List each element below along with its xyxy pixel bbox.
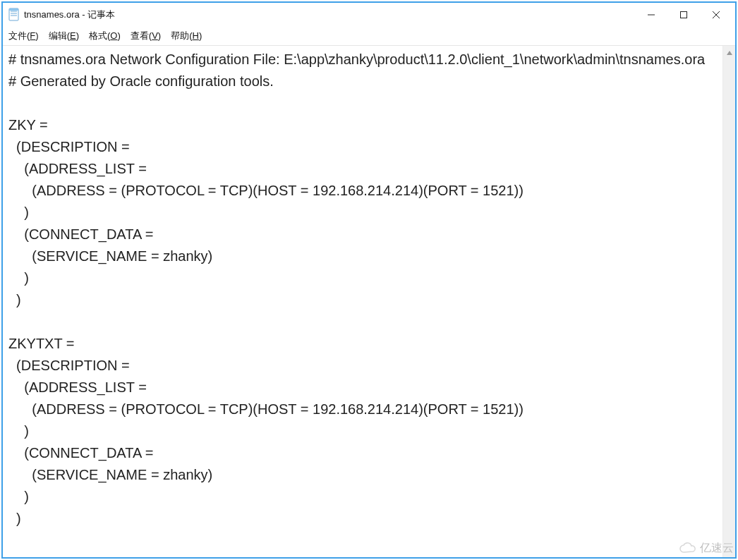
close-button[interactable] — [700, 4, 732, 25]
menu-view[interactable]: 查看(V) — [131, 30, 161, 42]
titlebar[interactable]: tnsnames.ora - 记事本 — [3, 3, 735, 27]
watermark: 亿速云 — [679, 541, 734, 556]
minimize-button[interactable] — [635, 4, 667, 25]
svg-marker-9 — [727, 51, 732, 55]
svg-rect-4 — [9, 8, 18, 11]
window-controls — [635, 4, 732, 25]
maximize-button[interactable] — [667, 4, 700, 25]
menu-file[interactable]: 文件(F) — [8, 30, 39, 42]
vertical-scrollbar[interactable] — [722, 46, 735, 557]
watermark-text: 亿速云 — [700, 541, 734, 556]
menu-edit[interactable]: 编辑(E) — [49, 30, 79, 42]
text-content[interactable]: # tnsnames.ora Network Configuration Fil… — [3, 46, 722, 557]
menu-help[interactable]: 帮助(H) — [171, 30, 202, 42]
notepad-icon — [8, 8, 20, 22]
notepad-window: tnsnames.ora - 记事本 文件(F) 编辑(E) 格式(O) 查看(… — [1, 1, 737, 559]
menu-format[interactable]: 格式(O) — [89, 30, 121, 42]
cloud-icon — [679, 542, 697, 556]
scroll-up-icon[interactable] — [723, 47, 735, 59]
editor-area: # tnsnames.ora Network Configuration Fil… — [3, 45, 735, 557]
window-title: tnsnames.ora - 记事本 — [24, 8, 115, 21]
menubar: 文件(F) 编辑(E) 格式(O) 查看(V) 帮助(H) — [3, 27, 735, 45]
svg-rect-6 — [681, 12, 687, 18]
